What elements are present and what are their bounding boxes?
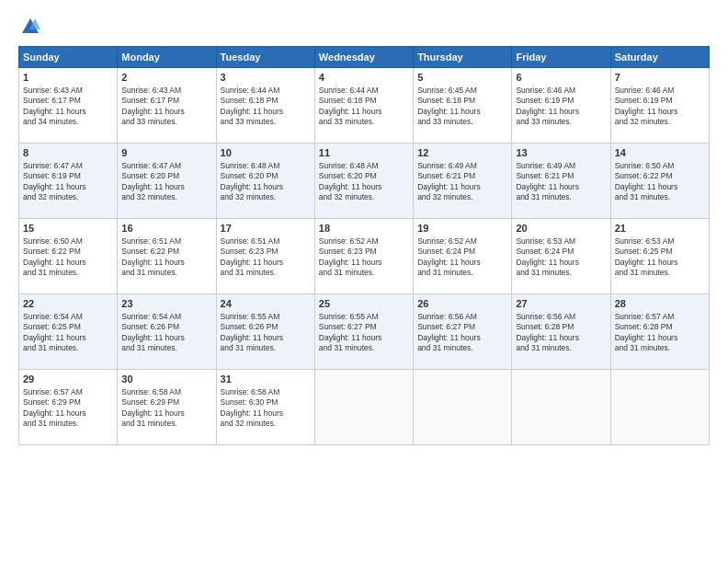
calendar-cell (512, 370, 610, 445)
cell-info-line: and 31 minutes. (23, 343, 113, 353)
page: SundayMondayTuesdayWednesdayThursdayFrid… (0, 0, 728, 563)
cell-info-line: and 34 minutes. (23, 117, 113, 127)
cell-info-line: Sunset: 6:30 PM (221, 397, 311, 408)
cell-info-line: and 32 minutes. (615, 117, 705, 127)
cell-info-line: and 32 minutes. (221, 419, 311, 429)
day-number: 8 (23, 146, 113, 160)
cell-info-line: Sunset: 6:20 PM (121, 171, 211, 181)
calendar-cell: 25Sunrise: 6:55 AMSunset: 6:27 PMDayligh… (314, 294, 413, 370)
cell-info-line: and 32 minutes. (121, 192, 211, 202)
calendar-header-row: SundayMondayTuesdayWednesdayThursdayFrid… (19, 47, 710, 68)
cell-info-line: and 31 minutes. (23, 419, 113, 429)
cell-info-line: Sunrise: 6:50 AM (615, 161, 705, 171)
cell-info-line: Daylight: 11 hours (615, 182, 705, 192)
day-header-wednesday: Wednesday (314, 47, 413, 68)
calendar-cell: 14Sunrise: 6:50 AMSunset: 6:22 PMDayligh… (610, 144, 709, 219)
cell-info-line: Daylight: 11 hours (221, 182, 311, 192)
cell-info-line: and 31 minutes. (121, 268, 211, 278)
cell-info-line: and 31 minutes. (516, 192, 606, 202)
header (18, 17, 710, 37)
day-header-sunday: Sunday (19, 47, 118, 68)
cell-info-line: Daylight: 11 hours (615, 333, 705, 343)
calendar-cell: 24Sunrise: 6:55 AMSunset: 6:26 PMDayligh… (216, 294, 314, 370)
calendar-cell (414, 370, 512, 445)
calendar-cell: 3Sunrise: 6:44 AMSunset: 6:18 PMDaylight… (216, 68, 314, 144)
day-number: 2 (121, 71, 211, 85)
calendar-week-row: 8Sunrise: 6:47 AMSunset: 6:19 PMDaylight… (19, 144, 710, 219)
cell-info-line: Sunset: 6:25 PM (23, 322, 113, 332)
day-number: 14 (615, 146, 705, 160)
cell-info-line: and 33 minutes. (516, 117, 606, 127)
cell-info-line: and 32 minutes. (221, 192, 311, 202)
day-number: 4 (319, 71, 409, 85)
cell-info-line: Daylight: 11 hours (417, 258, 507, 268)
cell-info-line: Sunset: 6:21 PM (516, 171, 606, 181)
calendar-cell: 20Sunrise: 6:53 AMSunset: 6:24 PMDayligh… (512, 219, 610, 294)
day-number: 18 (319, 222, 409, 236)
cell-info-line: Sunset: 6:19 PM (516, 96, 606, 106)
cell-info-line: Daylight: 11 hours (615, 258, 705, 268)
day-number: 30 (121, 373, 211, 386)
calendar-cell: 10Sunrise: 6:48 AMSunset: 6:20 PMDayligh… (216, 144, 314, 219)
cell-info-line: and 33 minutes. (417, 117, 507, 127)
day-number: 21 (615, 222, 705, 236)
cell-info-line: Daylight: 11 hours (516, 258, 606, 268)
cell-info-line: Sunset: 6:26 PM (221, 322, 311, 332)
cell-info-line: Sunset: 6:20 PM (319, 171, 409, 181)
cell-info-line: Daylight: 11 hours (23, 333, 113, 343)
cell-info-line: and 33 minutes. (319, 117, 409, 127)
cell-info-line: and 31 minutes. (121, 343, 211, 353)
calendar-week-row: 29Sunrise: 6:57 AMSunset: 6:29 PMDayligh… (19, 370, 710, 445)
day-number: 5 (417, 71, 507, 85)
day-number: 16 (121, 222, 211, 236)
calendar-body: 1Sunrise: 6:43 AMSunset: 6:17 PMDaylight… (19, 68, 710, 445)
day-header-monday: Monday (118, 47, 216, 68)
cell-info-line: Daylight: 11 hours (417, 107, 507, 117)
cell-info-line: Sunset: 6:18 PM (221, 96, 311, 106)
cell-info-line: Daylight: 11 hours (516, 333, 606, 343)
cell-info-line: Sunrise: 6:55 AM (221, 312, 311, 322)
cell-info-line: Daylight: 11 hours (221, 258, 311, 268)
cell-info-line: Sunrise: 6:58 AM (121, 387, 211, 397)
cell-info-line: and 32 minutes. (23, 192, 113, 202)
day-number: 22 (23, 297, 113, 311)
cell-info-line: Sunset: 6:26 PM (121, 322, 211, 332)
cell-info-line: and 31 minutes. (516, 343, 606, 353)
calendar-cell: 11Sunrise: 6:48 AMSunset: 6:20 PMDayligh… (314, 144, 413, 219)
calendar-cell: 7Sunrise: 6:46 AMSunset: 6:19 PMDaylight… (610, 68, 709, 144)
day-header-friday: Friday (512, 47, 610, 68)
cell-info-line: Daylight: 11 hours (23, 258, 113, 268)
cell-info-line: Sunset: 6:22 PM (615, 171, 705, 181)
cell-info-line: Sunset: 6:29 PM (23, 397, 113, 408)
calendar-cell: 29Sunrise: 6:57 AMSunset: 6:29 PMDayligh… (19, 370, 118, 445)
cell-info-line: Sunset: 6:27 PM (319, 322, 409, 332)
cell-info-line: Sunrise: 6:46 AM (516, 86, 606, 96)
cell-info-line: Daylight: 11 hours (516, 182, 606, 192)
cell-info-line: and 31 minutes. (319, 268, 409, 278)
calendar-cell: 23Sunrise: 6:54 AMSunset: 6:26 PMDayligh… (118, 294, 216, 370)
cell-info-line: Sunset: 6:17 PM (121, 96, 211, 106)
cell-info-line: Sunset: 6:28 PM (615, 322, 705, 332)
cell-info-line: Sunrise: 6:51 AM (121, 236, 211, 247)
calendar-cell: 26Sunrise: 6:56 AMSunset: 6:27 PMDayligh… (414, 294, 512, 370)
day-number: 29 (23, 373, 113, 386)
calendar-cell: 31Sunrise: 6:58 AMSunset: 6:30 PMDayligh… (216, 370, 314, 445)
calendar-cell: 2Sunrise: 6:43 AMSunset: 6:17 PMDaylight… (118, 68, 216, 144)
cell-info-line: Daylight: 11 hours (319, 182, 409, 192)
cell-info-line: Sunrise: 6:47 AM (121, 161, 211, 171)
day-number: 25 (319, 297, 409, 311)
cell-info-line: Daylight: 11 hours (516, 107, 606, 117)
cell-info-line: and 31 minutes. (615, 343, 705, 353)
cell-info-line: Sunrise: 6:48 AM (221, 161, 311, 171)
cell-info-line: Daylight: 11 hours (23, 408, 113, 419)
cell-info-line: Sunrise: 6:56 AM (516, 312, 606, 322)
cell-info-line: Sunrise: 6:50 AM (23, 236, 113, 247)
cell-info-line: Sunset: 6:17 PM (23, 96, 113, 106)
calendar: SundayMondayTuesdayWednesdayThursdayFrid… (18, 46, 710, 445)
cell-info-line: Daylight: 11 hours (221, 333, 311, 343)
cell-info-line: and 33 minutes. (221, 117, 311, 127)
cell-info-line: and 32 minutes. (319, 192, 409, 202)
cell-info-line: and 31 minutes. (221, 343, 311, 353)
logo-icon (20, 17, 40, 37)
cell-info-line: Sunset: 6:22 PM (121, 247, 211, 257)
